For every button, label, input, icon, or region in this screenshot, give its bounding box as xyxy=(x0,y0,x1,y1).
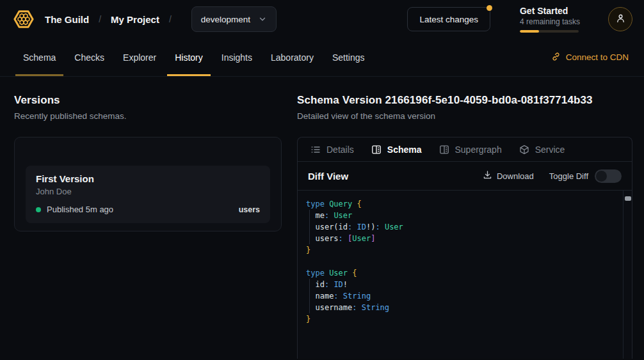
detail-tab-label: Details xyxy=(326,145,354,155)
breadcrumb-org[interactable]: The Guild xyxy=(45,14,89,25)
detail-tab-service[interactable]: Service xyxy=(519,145,565,155)
connect-to-cdn-label: Connect to CDN xyxy=(566,52,629,62)
latest-changes-label: Latest changes xyxy=(419,15,478,24)
code-line xyxy=(306,256,623,267)
schema-version-title: Schema Version 2166196f-5e10-4059-bd0a-0… xyxy=(297,94,632,107)
code-line: user(id: ID!): User xyxy=(306,221,623,233)
version-detail-panel: Schema Version 2166196f-5e10-4059-bd0a-0… xyxy=(297,77,632,359)
get-started-progress-track xyxy=(520,30,579,33)
code-line: users: [User] xyxy=(306,233,623,244)
detail-tab-supergraph[interactable]: Supergraph xyxy=(439,145,502,155)
indent-guide xyxy=(309,210,310,221)
app-header: The Guild / My Project / development Lat… xyxy=(0,0,644,38)
user-avatar[interactable] xyxy=(608,7,632,31)
nav-tab-laboratory[interactable]: Laboratory xyxy=(263,38,321,76)
breadcrumb-separator: / xyxy=(169,14,172,24)
versions-panel: Versions Recently published schemas. Fir… xyxy=(14,77,282,359)
toggle-diff-label: Toggle Diff xyxy=(549,171,588,181)
code-line: me: User xyxy=(306,210,623,221)
indent-guide xyxy=(309,302,310,313)
link-icon xyxy=(551,52,561,63)
columns-icon xyxy=(371,145,382,155)
version-list-item[interactable]: First VersionJohn DoePublished 5m agouse… xyxy=(26,166,270,223)
code-line: username: String xyxy=(306,302,623,313)
detail-tab-label: Schema xyxy=(387,145,422,155)
nav-tab-settings[interactable]: Settings xyxy=(325,38,373,76)
diff-view-toolbar: Diff View Download Toggle Diff xyxy=(298,162,632,191)
notification-dot xyxy=(487,5,492,11)
page-nav: SchemaChecksExplorerHistoryInsightsLabor… xyxy=(0,38,644,77)
version-author: John Doe xyxy=(36,187,260,196)
connect-to-cdn-button[interactable]: Connect to CDN xyxy=(551,52,629,63)
get-started-widget[interactable]: Get Started 4 remaining tasks xyxy=(520,6,580,33)
diff-view-title: Diff View xyxy=(308,171,348,182)
code-line: } xyxy=(306,313,623,325)
code-line: type Query { xyxy=(306,198,623,210)
nav-tab-checks[interactable]: Checks xyxy=(67,38,112,76)
version-list: First VersionJohn DoePublished 5m agouse… xyxy=(26,166,270,223)
code-line: type User { xyxy=(306,267,623,279)
get-started-progress-fill xyxy=(520,30,539,33)
indent-guide xyxy=(309,290,310,302)
nav-tabs: SchemaChecksExplorerHistoryInsightsLabor… xyxy=(15,38,376,76)
toggle-diff-group: Toggle Diff xyxy=(549,169,622,183)
schema-code-viewer: type Query { me: User user(id: ID!): Use… xyxy=(298,191,632,359)
main-content: Versions Recently published schemas. Fir… xyxy=(0,77,644,359)
versions-subtitle: Recently published schemas. xyxy=(14,111,282,121)
breadcrumb-project[interactable]: My Project xyxy=(111,14,159,25)
toggle-diff-switch[interactable] xyxy=(595,169,622,183)
schema-code: type Query { me: User user(id: ID!): Use… xyxy=(298,191,623,359)
breadcrumb-separator: / xyxy=(99,14,101,24)
detail-tabs: DetailsSchemaSupergraphService xyxy=(298,137,632,162)
nav-tab-history[interactable]: History xyxy=(167,38,211,76)
indent-guide xyxy=(309,221,310,233)
get-started-title: Get Started xyxy=(520,6,580,16)
version-name: First Version xyxy=(36,173,260,184)
version-status-row: Published 5m agousers xyxy=(36,205,260,214)
code-line: name: String xyxy=(306,290,623,302)
nav-tab-schema[interactable]: Schema xyxy=(15,38,63,76)
detail-panel: DetailsSchemaSupergraphService Diff View… xyxy=(297,137,632,359)
latest-changes-button[interactable]: Latest changes xyxy=(407,7,490,31)
detail-tab-details[interactable]: Details xyxy=(310,145,354,155)
download-button[interactable]: Download xyxy=(483,170,534,182)
download-label: Download xyxy=(497,171,534,181)
nav-tab-insights[interactable]: Insights xyxy=(214,38,260,76)
diff-actions: Download Toggle Diff xyxy=(483,169,622,183)
detail-tab-label: Supergraph xyxy=(455,145,502,155)
target-dropdown-value: development xyxy=(201,15,250,24)
columns-icon xyxy=(439,145,449,155)
target-dropdown[interactable]: development xyxy=(191,6,277,32)
version-service-badge: users xyxy=(239,205,260,214)
indent-guide xyxy=(309,233,310,244)
detail-tab-label: Service xyxy=(535,145,565,155)
schema-version-subtitle: Detailed view of the schema version xyxy=(297,111,632,121)
code-scrollbar-track[interactable] xyxy=(623,191,632,359)
person-icon xyxy=(615,13,626,26)
indent-guide xyxy=(309,279,310,290)
detail-tab-schema[interactable]: Schema xyxy=(371,145,422,155)
chevron-down-icon xyxy=(258,15,267,24)
code-line: } xyxy=(306,244,623,256)
nav-tab-explorer[interactable]: Explorer xyxy=(115,38,164,76)
cube-icon xyxy=(519,145,529,155)
hive-logo-icon[interactable] xyxy=(12,7,36,31)
published-dot-icon xyxy=(36,207,41,212)
code-scrollbar-thumb[interactable] xyxy=(625,196,631,201)
versions-card: First VersionJohn DoePublished 5m agouse… xyxy=(14,137,282,231)
download-icon xyxy=(483,170,492,182)
code-line: id: ID! xyxy=(306,279,623,290)
version-status: Published 5m ago xyxy=(47,205,113,214)
get-started-subtitle: 4 remaining tasks xyxy=(520,17,580,26)
list-icon xyxy=(310,145,321,155)
toggle-diff-knob xyxy=(596,171,607,182)
versions-title: Versions xyxy=(14,94,282,107)
